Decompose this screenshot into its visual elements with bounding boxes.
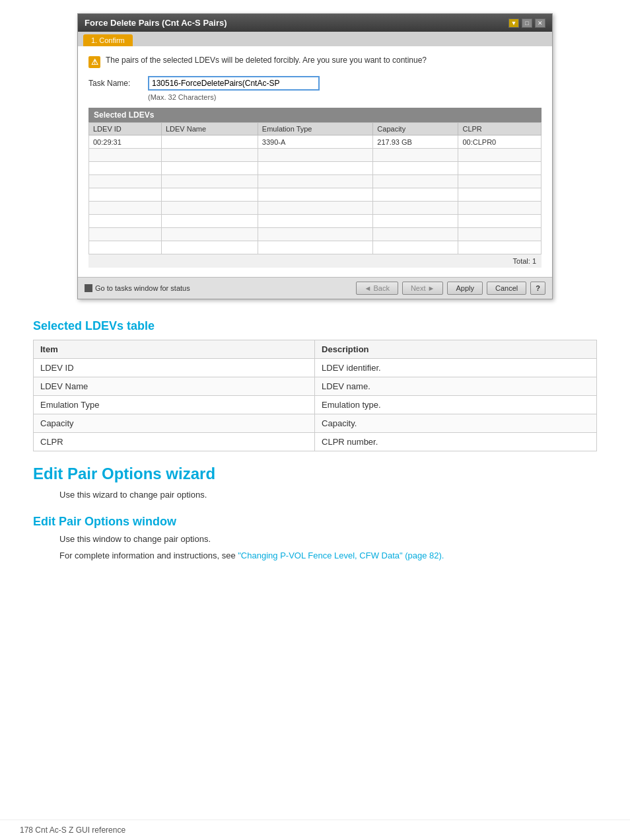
table-row: 00:29:313390-A217.93 GB00:CLPR0 (89, 135, 542, 149)
table-cell-ldev_name (161, 149, 258, 162)
table-cell-capacity (373, 241, 458, 254)
ldev-table: LDEV ID LDEV Name Emulation Type Capacit… (88, 122, 542, 254)
table-cell-ldev_id (89, 241, 162, 254)
table-cell-clpr (458, 215, 542, 228)
table-row (89, 241, 542, 254)
desc-col-item: Item (34, 340, 315, 359)
desc-item: LDEV Name (34, 377, 315, 396)
dialog-tabs: 1. Confirm (78, 32, 552, 46)
table-row (89, 162, 542, 175)
col-capacity: Capacity (373, 123, 458, 135)
selected-ldevs-table-heading: Selected LDEVs table (33, 319, 597, 333)
table-row (89, 149, 542, 162)
table-cell-ldev_id (89, 175, 162, 188)
desc-item: CLPR (34, 433, 315, 451)
table-cell-capacity (373, 188, 458, 202)
table-cell-ldev_name (161, 188, 258, 202)
warning-row: ⚠ The pairs of the selected LDEVs will b… (88, 56, 542, 68)
help-button[interactable]: ? (530, 282, 545, 295)
table-row (89, 175, 542, 188)
footer-checkbox[interactable] (85, 284, 92, 292)
close-button[interactable]: ✕ (535, 19, 545, 28)
table-cell-emulation_type (258, 202, 372, 215)
desc-table-row: Emulation TypeEmulation type. (34, 396, 597, 414)
table-cell-emulation_type (258, 149, 372, 162)
dialog-title: Force Delete Pairs (Cnt Ac-S Pairs) (85, 18, 227, 28)
table-cell-ldev_name (161, 135, 258, 149)
table-cell-ldev_id (89, 188, 162, 202)
titlebar-buttons: ▼ □ ✕ (508, 19, 545, 28)
table-cell-clpr (458, 241, 542, 254)
wizard-description: Use this wizard to change pair options. (59, 488, 597, 502)
desc-item: LDEV ID (34, 359, 315, 377)
total-value: 1 (532, 257, 536, 265)
table-cell-capacity: 217.93 GB (373, 135, 458, 149)
table-cell-emulation_type (258, 162, 372, 175)
desc-description: LDEV identifier. (315, 359, 597, 377)
task-name-input[interactable] (148, 76, 320, 91)
table-cell-capacity (373, 162, 458, 175)
col-ldev-name: LDEV Name (161, 123, 258, 135)
table-cell-ldev_id (89, 228, 162, 241)
table-row (89, 228, 542, 241)
desc-table-row: CapacityCapacity. (34, 414, 597, 433)
table-cell-ldev_name (161, 202, 258, 215)
table-cell-capacity (373, 175, 458, 188)
table-cell-ldev_name (161, 162, 258, 175)
col-clpr: CLPR (458, 123, 542, 135)
table-cell-ldev_name (161, 175, 258, 188)
table-cell-emulation_type (258, 188, 372, 202)
desc-table-row: CLPRCLPR number. (34, 433, 597, 451)
table-cell-emulation_type (258, 175, 372, 188)
page-footer-text: 178 Cnt Ac-S Z GUI reference (20, 825, 125, 835)
tab-confirm[interactable]: 1. Confirm (83, 34, 133, 46)
desc-description: LDEV name. (315, 377, 597, 396)
footer-checkbox-area: Go to tasks window for status (85, 284, 352, 292)
table-cell-emulation_type (258, 228, 372, 241)
minimize-button[interactable]: □ (522, 19, 532, 28)
table-cell-capacity (373, 149, 458, 162)
cancel-button[interactable]: Cancel (487, 282, 526, 295)
warning-icon: ⚠ (88, 56, 100, 68)
desc-description: Capacity. (315, 414, 597, 433)
desc-description: Emulation type. (315, 396, 597, 414)
back-button[interactable]: ◄ Back (356, 282, 398, 295)
page-footer: 178 Cnt Ac-S Z GUI reference (0, 820, 630, 840)
desc-table: Item Description LDEV IDLDEV identifier.… (33, 340, 597, 451)
table-cell-clpr (458, 175, 542, 188)
table-cell-ldev_name (161, 241, 258, 254)
total-row: Total: 1 (88, 254, 542, 268)
warning-text: The pairs of the selected LDEVs will be … (106, 56, 427, 65)
table-cell-ldev_id: 00:29:31 (89, 135, 162, 149)
table-cell-ldev_name (161, 215, 258, 228)
selected-ldevs-section: Selected LDEVs LDEV ID LDEV Name Emulati… (88, 108, 542, 268)
window-heading: Edit Pair Options window (33, 515, 597, 529)
col-ldev-id: LDEV ID (89, 123, 162, 135)
pin-button[interactable]: ▼ (508, 19, 519, 28)
desc-table-row: LDEV NameLDEV name. (34, 377, 597, 396)
desc-col-description: Description (315, 340, 597, 359)
apply-button[interactable]: Apply (447, 282, 483, 295)
table-cell-capacity (373, 202, 458, 215)
window-description1: Use this window to change pair options. (59, 533, 597, 546)
table-cell-clpr: 00:CLPR0 (458, 135, 542, 149)
table-cell-clpr (458, 162, 542, 175)
window-description2-text: For complete information and instruction… (59, 551, 238, 560)
doc-section: Selected LDEVs table Item Description LD… (20, 319, 610, 562)
task-name-row: Task Name: (88, 76, 542, 91)
window-description2: For complete information and instruction… (59, 549, 597, 562)
table-row (89, 215, 542, 228)
table-cell-clpr (458, 149, 542, 162)
table-row (89, 188, 542, 202)
footer-checkbox-label: Go to tasks window for status (95, 284, 190, 292)
window-link[interactable]: "Changing P-VOL Fence Level, CFW Data" (… (238, 551, 444, 560)
table-cell-capacity (373, 215, 458, 228)
total-label: Total: (513, 257, 530, 265)
table-cell-ldev_name (161, 228, 258, 241)
wizard-heading: Edit Pair Options wizard (33, 465, 597, 483)
page-container: Force Delete Pairs (Cnt Ac-S Pairs) ▼ □ … (0, 0, 630, 593)
next-button[interactable]: Next ► (402, 282, 444, 295)
table-cell-ldev_id (89, 149, 162, 162)
table-cell-emulation_type (258, 241, 372, 254)
dialog-titlebar: Force Delete Pairs (Cnt Ac-S Pairs) ▼ □ … (78, 14, 552, 32)
